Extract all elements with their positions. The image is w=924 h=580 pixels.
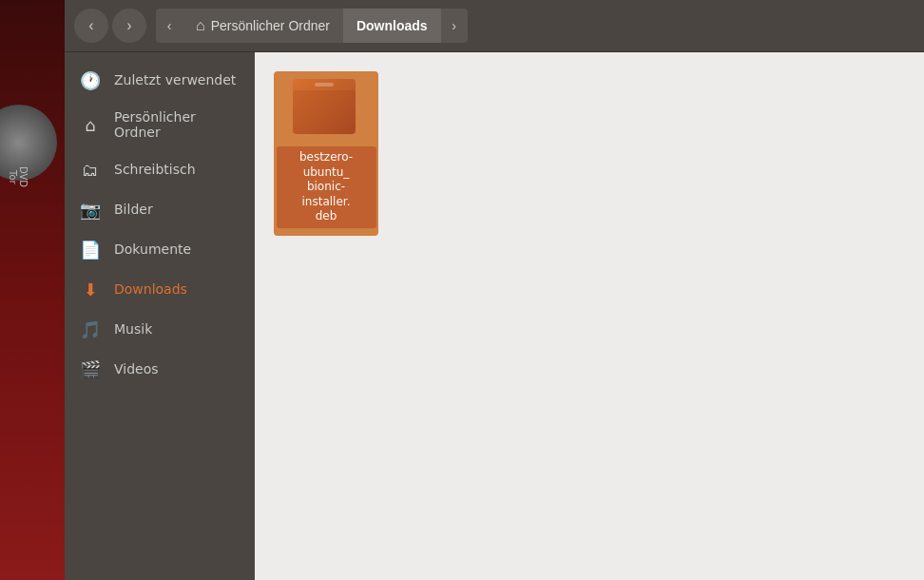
sidebar-label-desktop: Schreibtisch — [114, 162, 196, 177]
sidebar-label-downloads: Downloads — [114, 281, 187, 297]
content-area: 🕐Zuletzt verwendet⌂Persönlicher Ordner🗂S… — [65, 52, 924, 580]
downloads-icon: ⬇ — [80, 279, 101, 300]
sidebar-label-music: Musik — [114, 321, 152, 337]
breadcrumb-current-item[interactable]: Downloads — [343, 9, 441, 43]
sidebar-item-videos[interactable]: 🎬Videos — [65, 349, 255, 389]
home-icon: ⌂ — [196, 17, 205, 34]
sidebar-item-home[interactable]: ⌂Persönlicher Ordner — [65, 100, 255, 149]
sidebar-item-downloads[interactable]: ⬇Downloads — [65, 269, 255, 309]
left-decorative-panel: DVD Tor — [0, 0, 65, 580]
sidebar-label-videos: Videos — [114, 361, 159, 377]
tool-label: DVD Tor — [8, 166, 29, 187]
home-icon: ⌂ — [80, 114, 101, 135]
file-manager-window: ‹ › ‹ ⌂ Persönlicher Ordner Downloads › — [65, 0, 924, 580]
deb-box-body — [293, 90, 356, 134]
breadcrumb-home-item[interactable]: ⌂ Persönlicher Ordner — [183, 9, 343, 43]
sidebar-label-home: Persönlicher Ordner — [114, 109, 240, 140]
toolbar: ‹ › ‹ ⌂ Persönlicher Ordner Downloads › — [65, 0, 924, 52]
breadcrumb: ‹ ⌂ Persönlicher Ordner Downloads › — [156, 9, 914, 43]
file-grid: bestzero-ubuntu_bionic-installer.deb — [274, 71, 905, 236]
videos-icon: 🎬 — [80, 358, 101, 379]
breadcrumb-back-button[interactable]: ‹ — [156, 9, 183, 43]
sidebar: 🕐Zuletzt verwendet⌂Persönlicher Ordner🗂S… — [65, 52, 255, 580]
documents-icon: 📄 — [80, 239, 101, 260]
sidebar-item-pictures[interactable]: 📷Bilder — [65, 189, 255, 229]
file-icon-0 — [293, 79, 359, 141]
file-view: bestzero-ubuntu_bionic-installer.deb — [255, 52, 924, 580]
forward-button[interactable]: › — [112, 9, 146, 43]
file-item-0[interactable]: bestzero-ubuntu_bionic-installer.deb — [274, 71, 378, 236]
deb-box-icon — [293, 79, 356, 134]
music-icon: 🎵 — [80, 319, 101, 339]
sidebar-item-music[interactable]: 🎵Musik — [65, 309, 255, 349]
desktop-icon: 🗂 — [80, 159, 101, 180]
recent-icon: 🕐 — [80, 69, 101, 90]
back-button[interactable]: ‹ — [74, 9, 108, 43]
sidebar-item-documents[interactable]: 📄Dokumente — [65, 229, 255, 269]
pictures-icon: 📷 — [80, 199, 101, 220]
breadcrumb-forward-button[interactable]: › — [441, 9, 468, 43]
sidebar-label-pictures: Bilder — [114, 202, 153, 217]
sidebar-label-recent: Zuletzt verwendet — [114, 72, 236, 87]
sidebar-item-recent[interactable]: 🕐Zuletzt verwendet — [65, 60, 255, 100]
sidebar-label-documents: Dokumente — [114, 242, 191, 257]
file-name-0: bestzero-ubuntu_bionic-installer.deb — [277, 146, 376, 228]
sidebar-item-desktop[interactable]: 🗂Schreibtisch — [65, 149, 255, 189]
